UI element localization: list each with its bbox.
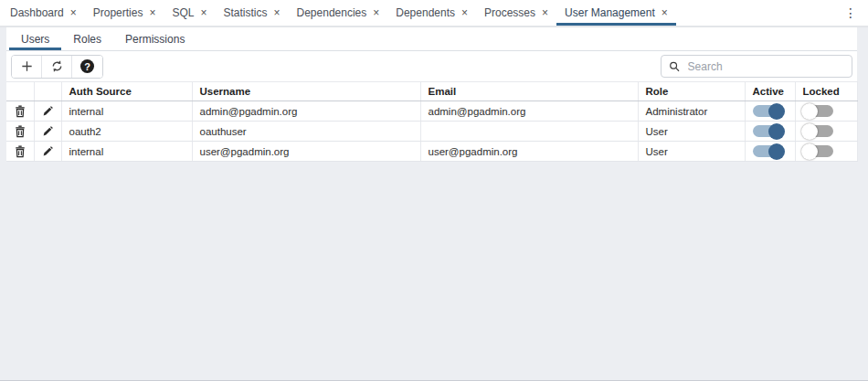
username-cell[interactable]: oauthuser: [192, 122, 420, 142]
role-cell[interactable]: User: [638, 142, 745, 162]
toggle-knob: [801, 123, 818, 140]
close-icon[interactable]: ×: [542, 7, 548, 18]
panel-tab-label: Processes: [484, 6, 535, 19]
auth-source-header: Auth Source: [61, 82, 192, 101]
delete-user-button[interactable]: [6, 101, 34, 122]
locked-cell: [795, 142, 857, 162]
username-header: Username: [192, 82, 420, 101]
panel-tab[interactable]: Dependencies ×: [289, 0, 388, 26]
sub-tab-bar: Users Roles Permissions: [6, 27, 857, 51]
panel-tab-label: Properties: [93, 6, 143, 19]
role-cell[interactable]: Administrator: [638, 101, 745, 122]
locked-toggle[interactable]: [803, 105, 833, 117]
sub-tab[interactable]: Roles: [61, 27, 113, 50]
locked-cell: [795, 101, 857, 122]
edit-user-button[interactable]: [34, 122, 61, 142]
user-management-panel: Users Roles Permissions: [0, 27, 868, 381]
search-box: [661, 55, 852, 78]
email-header: Email: [420, 82, 638, 101]
edit-user-button[interactable]: [34, 101, 61, 122]
toggle-knob: [801, 103, 818, 120]
toggle-knob: [768, 143, 785, 160]
locked-cell: [795, 122, 857, 142]
delete-user-button[interactable]: [6, 142, 34, 162]
sub-tab-label: Roles: [73, 33, 101, 46]
trash-icon: [15, 105, 26, 118]
close-icon[interactable]: ×: [461, 7, 468, 18]
panel-tab[interactable]: Dashboard ×: [2, 0, 85, 26]
pencil-icon: [42, 105, 54, 117]
tab-bar: Dashboard × Properties × SQL × Statistic…: [0, 0, 868, 27]
toggle-knob: [801, 143, 818, 160]
panel-tab[interactable]: Processes ×: [476, 0, 556, 26]
auth-source-cell: oauth2: [61, 122, 192, 142]
locked-toggle[interactable]: [803, 125, 833, 137]
auth-source-cell: internal: [61, 101, 192, 122]
locked-toggle[interactable]: [803, 145, 833, 157]
close-icon[interactable]: ×: [149, 7, 155, 18]
active-toggle[interactable]: [753, 125, 783, 137]
role-cell[interactable]: User: [638, 122, 745, 142]
trash-icon: [15, 125, 26, 138]
pencil-icon: [42, 125, 54, 137]
sub-tab[interactable]: Users: [9, 27, 61, 50]
auth-source-cell: internal: [61, 142, 192, 162]
toolbar-button-group: ?: [11, 55, 103, 79]
panel-tab[interactable]: SQL ×: [164, 0, 215, 26]
delete-column-header: [6, 82, 34, 101]
close-icon[interactable]: ×: [70, 7, 77, 18]
panel-tab-label: Statistics: [223, 6, 267, 19]
active-cell: [745, 142, 795, 162]
help-icon: ?: [80, 59, 94, 73]
plus-icon: [20, 59, 34, 73]
panel-tab-label: Dependencies: [297, 6, 367, 19]
locked-header: Locked: [795, 82, 857, 101]
search-input[interactable]: [686, 59, 844, 74]
sub-tab[interactable]: Permissions: [113, 27, 196, 50]
panel-tab-label: Dashboard: [10, 6, 64, 19]
users-toolbar: ?: [6, 51, 857, 81]
close-icon[interactable]: ×: [662, 7, 668, 18]
email-cell[interactable]: user@pgadmin.org: [420, 142, 638, 162]
user-row: oauth2 oauthuser User: [6, 122, 857, 142]
refresh-button[interactable]: [42, 56, 72, 78]
users-content: Users Roles Permissions: [6, 27, 857, 162]
panel-tab[interactable]: Dependents ×: [387, 0, 476, 26]
username-cell[interactable]: admin@pgadmin.org: [192, 101, 420, 122]
trash-icon: [15, 145, 26, 158]
pgadmin-window: Dashboard × Properties × SQL × Statistic…: [0, 0, 868, 381]
edit-user-button[interactable]: [34, 142, 61, 162]
close-icon[interactable]: ×: [200, 7, 206, 18]
active-cell: [745, 122, 795, 142]
panel-tab[interactable]: User Management ×: [556, 0, 676, 26]
kebab-menu-icon[interactable]: ⋮: [841, 0, 861, 26]
role-header: Role: [638, 82, 745, 101]
close-icon[interactable]: ×: [274, 7, 281, 18]
panel-tab-label: SQL: [172, 6, 194, 19]
user-row: internal admin@pgadmin.org admin@pgadmin…: [6, 101, 857, 122]
active-toggle[interactable]: [753, 145, 783, 157]
panel-tab[interactable]: Properties ×: [85, 0, 164, 26]
pencil-icon: [42, 145, 54, 157]
users-table: Auth Source Username Email Role Active L…: [6, 81, 858, 162]
panel-tab-label: User Management: [565, 6, 655, 19]
username-cell[interactable]: user@pgadmin.org: [192, 142, 420, 162]
active-header: Active: [745, 82, 795, 101]
help-button[interactable]: ?: [72, 56, 102, 78]
toggle-knob: [768, 103, 785, 120]
panel-tab[interactable]: Statistics ×: [215, 0, 288, 26]
search-icon: [669, 60, 681, 73]
sub-tab-label: Users: [21, 33, 49, 46]
close-icon[interactable]: ×: [373, 7, 379, 18]
active-toggle[interactable]: [753, 105, 783, 117]
edit-column-header: [34, 82, 61, 101]
email-cell[interactable]: admin@pgadmin.org: [420, 101, 638, 122]
delete-user-button[interactable]: [6, 122, 34, 142]
header-row: Auth Source Username Email Role Active L…: [6, 82, 857, 101]
sub-tab-label: Permissions: [125, 33, 185, 46]
add-user-button[interactable]: [12, 56, 42, 78]
panel-tab-label: Dependents: [396, 6, 455, 19]
email-cell[interactable]: [420, 122, 638, 142]
active-cell: [745, 101, 795, 122]
toggle-knob: [768, 123, 785, 140]
